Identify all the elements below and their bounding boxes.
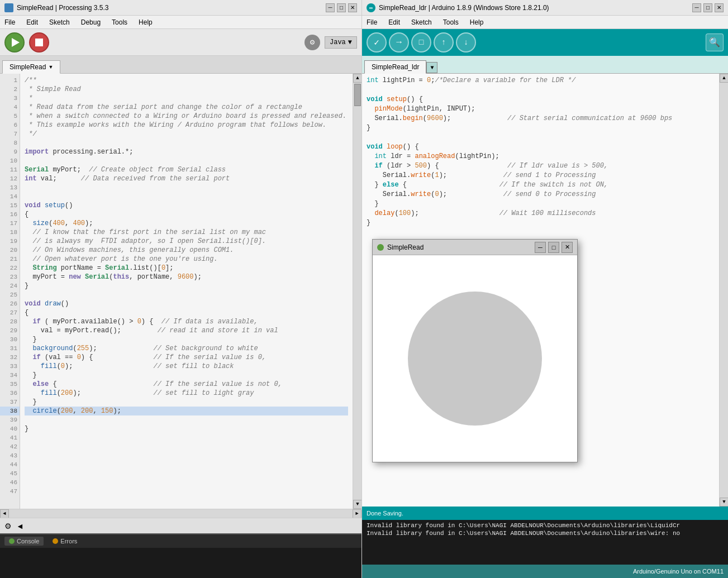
output-window-controls: ─ □ ✕ [535, 242, 573, 253]
menu-edit[interactable]: Edit [24, 17, 40, 27]
scroll-down-arrow[interactable]: ▼ [353, 500, 361, 509]
processing-tab-bar: SimpleRead ▼ [0, 56, 361, 74]
line-num-29: 29 [0, 326, 20, 335]
line-num-15: 15 [0, 201, 20, 210]
arduino-bottom-bar: Arduino/Genuino Uno on COM11 [362, 565, 728, 578]
arduino-board-status: Arduino/Genuino Uno on COM11 [633, 568, 724, 575]
processing-scrollbar-v[interactable]: ▲ ▼ [353, 74, 361, 509]
mode-selector[interactable]: Java ▼ [325, 36, 357, 49]
arduino-maximize-btn[interactable]: □ [703, 3, 712, 12]
upload-icon: → [396, 37, 402, 47]
line-num-47: 47 [0, 487, 20, 496]
scroll-left-arrow[interactable]: ◄ [0, 509, 9, 518]
line-num-9: 9 [0, 147, 20, 156]
processing-tab-simpleread[interactable]: SimpleRead ▼ [2, 60, 60, 74]
arduino-tab-dropdown[interactable]: ▼ [426, 62, 437, 73]
line-num-21: 21 [0, 255, 20, 264]
stop-button[interactable] [29, 32, 49, 52]
arduino-menu-tools[interactable]: Tools [441, 17, 461, 27]
console-tab-icon [9, 538, 15, 544]
arduino-scroll-track [720, 83, 728, 498]
scroll-right-arrow[interactable]: ► [353, 509, 361, 518]
arduino-serial-monitor-btn[interactable]: 🔍 [706, 34, 724, 51]
run-button[interactable] [4, 32, 25, 52]
arduino-new-btn[interactable]: □ [411, 32, 431, 52]
line-num-8: 8 [0, 138, 20, 147]
arduino-window-controls: ─ □ ✕ [692, 3, 724, 12]
processing-bottom-panel: Console Errors [0, 533, 361, 578]
line-num-25: 25 [0, 290, 20, 299]
arduino-tab-simpleread-ldr[interactable]: SimpleRead_ldr [364, 60, 426, 74]
arduino-minimize-btn[interactable]: ─ [692, 3, 701, 12]
arduino-save-btn[interactable]: ↓ [456, 32, 476, 52]
processing-errors-tab[interactable]: Errors [48, 537, 82, 546]
arduino-scrollbar-v[interactable]: ▲ ▼ [719, 74, 728, 507]
output-maximize-btn[interactable]: □ [548, 242, 559, 253]
line-num-40: 40 [0, 424, 20, 433]
output-close-btn[interactable]: ✕ [562, 242, 573, 253]
line-num-38: 38 [0, 407, 20, 415]
title-bar-left: SimpleRead | Processing 3.5.3 [4, 3, 109, 12]
processing-title: SimpleRead | Processing 3.5.3 [17, 4, 109, 12]
arduino-title-bar: ∞ SimpleRead_ldr | Arduino 1.8.9 (Window… [362, 0, 728, 16]
processing-maximize-btn[interactable]: □ [337, 3, 346, 12]
arduino-title-left: ∞ SimpleRead_ldr | Arduino 1.8.9 (Window… [367, 3, 549, 12]
menu-tools[interactable]: Tools [110, 17, 130, 27]
line-num-22: 22 [0, 264, 20, 273]
scroll-thumb[interactable] [354, 84, 361, 106]
output-window-title: SimpleRead [387, 243, 424, 251]
arduino-menu-help[interactable]: Help [468, 17, 486, 27]
arduino-open-btn[interactable]: ↑ [434, 32, 454, 52]
open-icon: ↑ [441, 38, 446, 47]
processing-h-scrollbar[interactable]: ◄ ► [0, 509, 361, 518]
processing-line-numbers: 1 2 3 4 5 6 7 8 9 10 11 12 13 14 15 16 1… [0, 74, 20, 509]
line-num-35: 35 [0, 380, 20, 389]
arduino-close-btn[interactable]: ✕ [715, 3, 724, 12]
line-num-12: 12 [0, 174, 20, 183]
arduino-menu-sketch[interactable]: Sketch [409, 17, 434, 27]
verify-icon: ✓ [374, 37, 379, 48]
line-num-41: 41 [0, 433, 20, 442]
arduino-menu-file[interactable]: File [364, 17, 379, 27]
processing-minimize-btn[interactable]: ─ [326, 3, 335, 12]
arduino-scroll-up[interactable]: ▲ [720, 74, 728, 83]
arduino-verify-btn[interactable]: ✓ [367, 32, 387, 52]
arduino-scroll-down[interactable]: ▼ [720, 498, 728, 507]
serial-monitor-icon: 🔍 [709, 37, 720, 48]
line-num-18: 18 [0, 228, 20, 237]
new-icon: □ [419, 38, 424, 47]
line-num-31: 31 [0, 344, 20, 353]
line-num-36: 36 [0, 389, 20, 398]
menu-file[interactable]: File [2, 17, 17, 27]
menu-sketch[interactable]: Sketch [47, 17, 72, 27]
processing-menu-bar: File Edit Sketch Debug Tools Help [0, 16, 361, 29]
arduino-menu-bar: File Edit Sketch Tools Help [362, 16, 728, 29]
output-canvas [373, 255, 577, 462]
processing-code-area: 1 2 3 4 5 6 7 8 9 10 11 12 13 14 15 16 1… [0, 74, 361, 509]
arduino-menu-edit[interactable]: Edit [386, 17, 402, 27]
arduino-upload-btn[interactable]: → [389, 32, 409, 52]
processing-toolbar: ⚙ Java ▼ [0, 29, 361, 56]
scroll-track [353, 83, 361, 500]
line-num-27: 27 [0, 308, 20, 317]
line-num-10: 10 [0, 156, 20, 165]
menu-debug[interactable]: Debug [79, 17, 103, 27]
line-num-3: 3 [0, 94, 20, 103]
output-window-title-bar: SimpleRead ─ □ ✕ [373, 240, 577, 255]
processing-close-btn[interactable]: ✕ [348, 3, 357, 12]
processing-code-editor[interactable]: /** * Simple Read * * Read data from the… [20, 74, 353, 509]
processing-title-bar: SimpleRead | Processing 3.5.3 ─ □ ✕ [0, 0, 361, 16]
line-num-24: 24 [0, 281, 20, 290]
arduino-console-line-2: Invalid library found in C:\Users\NAGI A… [367, 530, 724, 537]
scroll-up-arrow[interactable]: ▲ [353, 74, 361, 83]
arduino-app-icon: ∞ [367, 3, 375, 12]
line-num-6: 6 [0, 121, 20, 130]
arduino-status-bar: Done Saving. [362, 507, 728, 520]
line-num-37: 37 [0, 398, 20, 407]
output-minimize-btn[interactable]: ─ [535, 242, 546, 253]
processing-console-tab[interactable]: Console [4, 537, 44, 546]
menu-help[interactable]: Help [136, 17, 155, 27]
line-num-11: 11 [0, 165, 20, 174]
line-num-33: 33 [0, 362, 20, 371]
line-num-32: 32 [0, 353, 20, 362]
